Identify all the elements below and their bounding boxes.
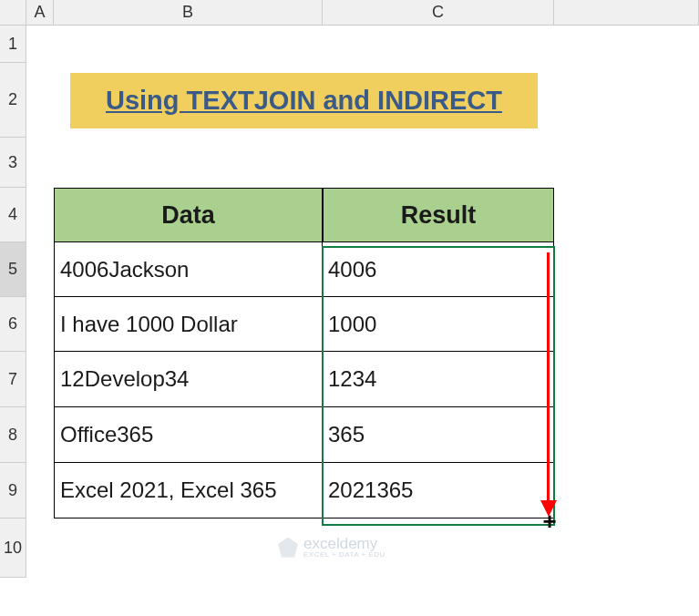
cell-b9[interactable]: Excel 2021, Excel 365 [54,463,323,518]
row-header-3[interactable]: 3 [0,138,26,188]
row-header-7[interactable]: 7 [0,352,26,407]
watermark-logo-icon [278,538,298,558]
col-header-c[interactable]: C [323,0,554,26]
cell-c5[interactable]: 4006 [323,242,554,297]
row-header-2[interactable]: 2 [0,63,26,138]
row-header-8[interactable]: 8 [0,407,26,463]
watermark-tagline: EXCEL + DATA + EDU [303,551,385,559]
row-header-1[interactable]: 1 [0,26,26,63]
col-header-a[interactable]: A [26,0,54,26]
cell-b6[interactable]: I have 1000 Dollar [54,297,323,352]
cell-b7[interactable]: 12Develop34 [54,352,323,407]
spreadsheet-grid: A B C 1 2 Using TEXTJOIN and INDIRECT 3 … [0,0,699,578]
row-header-5[interactable]: 5 [0,242,26,297]
cell-c6[interactable]: 1000 [323,297,554,352]
cell-b5[interactable]: 4006Jackson [54,242,323,297]
row-header-4[interactable]: 4 [0,188,26,242]
cell-c8[interactable]: 365 [323,407,554,463]
table-header-data[interactable]: Data [54,188,323,242]
watermark-name: exceldemy [303,536,385,551]
cell-b8[interactable]: Office365 [54,407,323,463]
select-all-corner[interactable] [0,0,26,26]
watermark: exceldemy EXCEL + DATA + EDU [278,536,385,559]
cell-c7[interactable]: 1234 [323,352,554,407]
row-header-9[interactable]: 9 [0,463,26,518]
cell-c9[interactable]: 2021365 [323,463,554,518]
row-header-6[interactable]: 6 [0,297,26,352]
col-header-d-blank[interactable] [554,0,699,26]
row-header-10[interactable]: 10 [0,518,26,578]
page-title: Using TEXTJOIN and INDIRECT [70,73,538,128]
table-header-result[interactable]: Result [323,188,554,242]
col-header-b[interactable]: B [54,0,323,26]
